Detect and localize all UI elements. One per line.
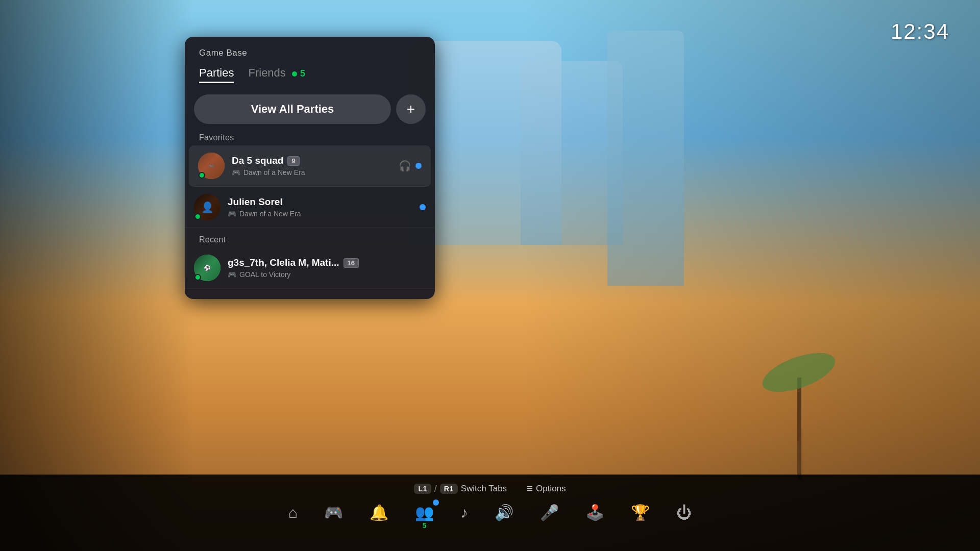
tab-friends[interactable]: Friends 5	[248, 66, 305, 83]
party-name-da5squad: Da 5 squad	[232, 155, 283, 166]
actions-julien	[420, 204, 426, 210]
info-g3s: g3s_7th, Clelia M, Mati... 16 🎮 GOAL to …	[228, 257, 426, 279]
deco-building-3	[607, 31, 684, 286]
nav-power[interactable]: ⏻	[676, 504, 692, 521]
member-count-g3s: 16	[344, 258, 359, 268]
nav-volume[interactable]: 🔊	[495, 504, 513, 521]
nav-mic[interactable]: 🎤	[540, 504, 559, 521]
friends-nav-dot	[433, 499, 439, 506]
hint-options: ≡ Options	[526, 482, 566, 495]
bottom-bar: L1 / R1 Switch Tabs ≡ Options ⌂ 🎮 🔔 👥 5 …	[0, 474, 980, 551]
favorites-label: Favorites	[185, 133, 435, 142]
avatar-da5squad: 🎮	[198, 153, 225, 179]
controller-icon-g3s: 🎮	[228, 270, 236, 279]
list-item-da5squad[interactable]: 🎮 Da 5 squad 9 🎮 Dawn of a New Era 🎧	[189, 145, 431, 187]
info-da5squad: Da 5 squad 9 🎮 Dawn of a New Era	[232, 155, 391, 177]
l1-button: L1	[414, 484, 431, 494]
sub-info-g3s: 🎮 GOAL to Victory	[228, 270, 426, 279]
add-party-button[interactable]: +	[396, 94, 426, 124]
online-status-g3s	[194, 274, 201, 281]
online-status-julien	[194, 213, 201, 220]
nav-friends[interactable]: 👥 5	[415, 504, 434, 521]
recent-label: Recent	[185, 235, 435, 244]
controller-hints: L1 / R1 Switch Tabs ≡ Options	[0, 474, 980, 500]
game-name-julien: Dawn of a New Era	[239, 210, 301, 218]
friend-name-julien: Julien Sorel	[228, 196, 283, 208]
hint-switch-tabs: L1 / R1 Switch Tabs	[414, 484, 507, 494]
nav-game[interactable]: 🎮	[324, 504, 343, 521]
avatar-g3s: ⚽	[194, 255, 220, 281]
sub-info-da5squad: 🎮 Dawn of a New Era	[232, 168, 391, 177]
friends-online-indicator: 5	[292, 66, 305, 79]
name-row-julien: Julien Sorel	[228, 196, 412, 208]
actions-da5squad: 🎧	[399, 160, 422, 172]
friends-online-count: 5	[300, 68, 305, 79]
nav-controller[interactable]: 🕹️	[585, 504, 604, 521]
game-base-panel: Game Base Parties Friends 5 View All Par…	[185, 37, 435, 299]
r1-button: R1	[440, 484, 458, 494]
view-all-parties-button[interactable]: View All Parties	[194, 94, 391, 124]
tab-parties[interactable]: Parties	[199, 66, 234, 83]
notification-dot-julien	[420, 204, 426, 210]
avatar-julien: 👤	[194, 194, 220, 220]
nav-bar: ⌂ 🎮 🔔 👥 5 ♪ 🔊 🎤 🕹️ 🏆 ⏻	[0, 500, 980, 529]
dark-overlay-left	[0, 0, 194, 551]
list-item-g3s[interactable]: ⚽ g3s_7th, Clelia M, Mati... 16 🎮 GOAL t…	[185, 247, 435, 289]
controller-icon-da5squad: 🎮	[232, 168, 240, 177]
nav-music[interactable]: ♪	[460, 504, 468, 521]
name-row-da5squad: Da 5 squad 9	[232, 155, 391, 166]
list-item-julien[interactable]: 👤 Julien Sorel 🎮 Dawn of a New Era	[185, 187, 435, 228]
friends-online-dot	[292, 71, 297, 77]
tab-friends-label: Friends	[248, 66, 285, 79]
hint-slash: /	[434, 484, 437, 494]
info-julien: Julien Sorel 🎮 Dawn of a New Era	[228, 196, 412, 218]
name-row-g3s: g3s_7th, Clelia M, Mati... 16	[228, 257, 426, 268]
tabs-row: Parties Friends 5	[199, 66, 421, 83]
headset-icon-da5squad: 🎧	[399, 160, 411, 172]
friends-nav-icon: 👥	[415, 504, 434, 521]
friends-nav-count: 5	[423, 521, 427, 530]
clock: 12:34	[891, 19, 949, 44]
member-count-da5squad: 9	[287, 156, 299, 166]
deco-palm-trunk	[797, 378, 801, 480]
notification-dot-da5squad	[415, 163, 422, 169]
panel-title: Game Base	[199, 48, 421, 58]
hint-switch-label: Switch Tabs	[461, 484, 507, 494]
party-name-g3s: g3s_7th, Clelia M, Mati...	[228, 257, 339, 268]
panel-header: Game Base Parties Friends 5	[185, 37, 435, 83]
nav-notifications[interactable]: 🔔	[370, 504, 388, 521]
game-name-da5squad: Dawn of a New Era	[243, 168, 305, 177]
options-icon: ≡	[526, 482, 533, 495]
nav-home[interactable]: ⌂	[288, 504, 298, 521]
hint-options-label: Options	[536, 484, 566, 494]
view-parties-row: View All Parties +	[185, 94, 435, 124]
online-status-da5squad	[199, 172, 205, 179]
sub-info-julien: 🎮 Dawn of a New Era	[228, 210, 412, 218]
controller-icon-julien: 🎮	[228, 210, 236, 218]
nav-trophy[interactable]: 🏆	[631, 504, 650, 521]
game-name-g3s: GOAL to Victory	[239, 270, 290, 279]
